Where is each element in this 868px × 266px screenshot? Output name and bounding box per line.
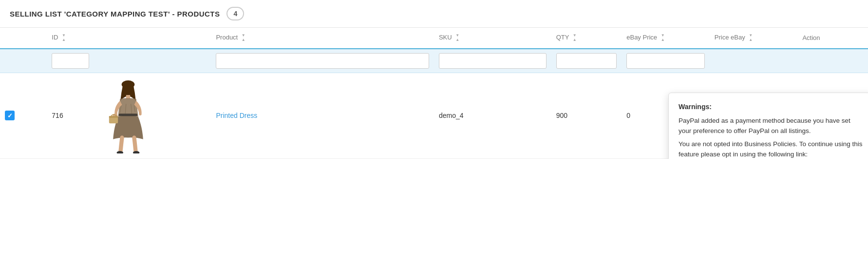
filter-product-input[interactable] [216,53,429,69]
filter-checkbox-cell [0,49,47,73]
row-id: 716 [52,112,63,119]
th-ebay-price[interactable]: eBay Price ▼ ▲ [622,28,710,49]
row-checkbox[interactable] [5,111,15,120]
filter-row [0,49,868,73]
filter-id-input[interactable] [52,53,89,69]
warning-message-2: You are not opted into Business Policies… [679,139,863,158]
filter-sku-input[interactable] [439,53,547,69]
svg-rect-7 [118,114,137,116]
warning-message-1: PayPal added as a payment method because… [679,116,863,136]
table-wrapper: ID ▼ ▲ Product ▼ ▲ [0,28,868,159]
th-product-label: Product [216,34,238,41]
th-qty[interactable]: QTY ▼ ▲ [551,28,622,49]
sku-sort-icons[interactable]: ▼ ▲ [455,34,459,42]
row-action-cell: ! Warnings: PayPal added as a payment me… [797,73,868,158]
svg-rect-10 [109,116,117,117]
filter-ebay-price-input[interactable] [626,53,705,69]
filter-image-cell [94,49,211,73]
filter-id-cell [47,49,94,73]
th-checkbox [0,28,47,49]
products-table: ID ▼ ▲ Product ▼ ▲ [0,28,868,159]
th-sku[interactable]: SKU ▼ ▲ [434,28,551,49]
ebay-price-sort-icons[interactable]: ▼ ▲ [661,34,665,42]
warning-popup-title: Warnings: [679,102,863,113]
row-product-image-cell [94,73,211,158]
th-product[interactable]: Product ▼ ▲ [211,28,434,49]
page-title: SELLING LIST 'CATEGORY MAPPING TEST' - P… [10,10,220,18]
qty-sort-icons[interactable]: ▼ ▲ [573,34,577,42]
th-action-label: Action [802,34,820,41]
table-header-row: ID ▼ ▲ Product ▼ ▲ [0,28,868,49]
product-count-badge: 4 [226,7,244,20]
product-sort-icons[interactable]: ▼ ▲ [242,34,245,42]
row-checkbox-cell [0,73,47,158]
th-price-ebay[interactable]: Price eBay ▼ ▲ [710,28,798,49]
product-image-svg [101,80,155,153]
id-sort-icons[interactable]: ▼ ▲ [62,34,66,42]
qty-sort-down[interactable]: ▲ [573,38,577,42]
id-sort-down[interactable]: ▲ [62,38,66,42]
product-sort-down[interactable]: ▲ [242,38,245,42]
price-ebay-sort-down[interactable]: ▲ [749,38,753,42]
filter-qty-input[interactable] [556,53,617,69]
row-qty-cell: 900 [551,73,622,158]
filter-qty-cell [551,49,622,73]
th-price-ebay-label: Price eBay [715,34,745,41]
row-sku: demo_4 [439,112,464,119]
th-product-image [94,28,211,49]
filter-action-cell [797,49,868,73]
sku-sort-down[interactable]: ▲ [455,38,459,42]
th-action: Action [797,28,868,49]
row-ebay-price: 0 [626,112,630,119]
product-image [99,78,157,153]
th-id[interactable]: ID ▼ ▲ [47,28,94,49]
filter-price-ebay-cell [710,49,798,73]
row-qty: 900 [556,112,567,119]
row-id-cell: 716 [47,73,94,158]
filter-ebay-price-cell [622,49,710,73]
filter-sku-cell [434,49,551,73]
product-link[interactable]: Printed Dress [216,112,257,119]
warning-popup: Warnings: PayPal added as a payment meth… [668,93,868,159]
ebay-price-sort-down[interactable]: ▲ [661,38,665,42]
page-container: SELLING LIST 'CATEGORY MAPPING TEST' - P… [0,0,868,266]
row-product-cell: Printed Dress [211,73,434,158]
row-sku-cell: demo_4 [434,73,551,158]
filter-product-cell [211,49,434,73]
page-header: SELLING LIST 'CATEGORY MAPPING TEST' - P… [0,0,868,28]
table-row: 716 [0,73,868,158]
price-ebay-sort-icons[interactable]: ▼ ▲ [749,34,753,42]
